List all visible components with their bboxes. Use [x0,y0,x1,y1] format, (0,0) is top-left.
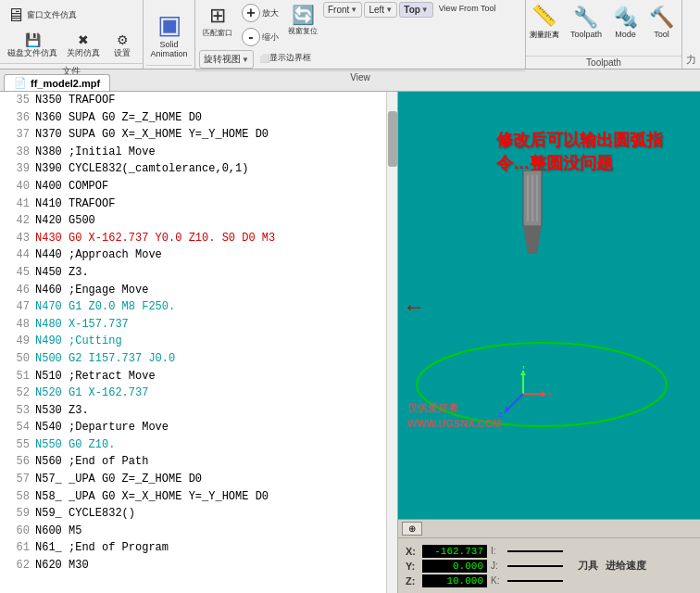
table-row[interactable]: 42N420 G500 [0,212,397,230]
table-row[interactable]: 39N390 CYCLE832(_camtolerance,0,1) [0,160,397,178]
line-number: 56 [4,453,30,471]
left-view-label: Left [369,5,384,15]
z-coord-row: Z: 10.000 K: [406,574,563,587]
tool-button[interactable]: 🔨 Tool [645,4,678,41]
close-sim-button[interactable]: ✖ 关闭仿真 [63,31,104,61]
code-text: N420 G500 [35,212,394,230]
code-text: N510 ;Retract Move [35,368,394,385]
line-number: 59 [4,505,30,523]
code-text: N380 ;Initial Move [35,144,394,161]
table-row[interactable]: 36N360 SUPA G0 Z=_Z_HOME D0 [0,109,397,127]
z-value: 10.000 [422,574,487,587]
line-number: 38 [4,144,30,161]
j-label: J: [491,561,504,571]
solid-animation-button[interactable]: ▣ SolidAnimation [146,3,191,65]
view-from-tool-button[interactable]: View From Tool [435,2,500,15]
table-row[interactable]: 51N510 ;Retract Move [0,368,397,385]
code-text: N430 G0 X-162.737 Y0.0 Z10. S0 D0 M3 [35,230,394,247]
table-row[interactable]: 48N480 X-157.737 [0,316,397,334]
3d-viewport[interactable]: 修改后可以输出圆弧指 令…整圆没问题 ← [398,92,700,593]
display-frame-button[interactable]: ⬜ 显示边界框 [256,50,315,66]
table-row[interactable]: 43N430 G0 X-162.737 Y0.0 Z10. S0 D0 M3 [0,230,397,247]
line-number: 47 [4,298,30,316]
left-view-button[interactable]: Left ▼ [364,2,397,18]
code-text: N390 CYCLE832(_camtolerance,0,1) [35,160,394,178]
table-row[interactable]: 56N560 ;End of Path [0,453,397,471]
table-row[interactable]: 55N550 G0 Z10. [0,436,397,454]
table-row[interactable]: 54N540 ;Departure Move [0,419,397,436]
line-number: 43 [4,230,30,247]
code-text: N350 TRAFOOF [35,92,394,109]
table-row[interactable]: 45N450 Z3. [0,264,397,282]
line-number: 36 [4,109,30,127]
table-row[interactable]: 44N440 ;Approach Move [0,246,397,264]
settings-button[interactable]: ⚙ 设置 [106,31,139,61]
toolpath-icon: 🔧 [573,6,598,30]
table-row[interactable]: 57N57_ _UPA G0 Z=_Z_HOME D0 [0,471,397,488]
table-row[interactable]: 40N400 COMPOF [0,178,397,196]
svg-marker-9 [520,371,526,375]
k-label: K: [491,575,504,586]
table-row[interactable]: 62N620 M30 [0,557,397,574]
table-row[interactable]: 37N370 SUPA G0 X=_X_HOME Y=_Y_HOME D0 [0,126,397,144]
fit-window-button[interactable]: ⊞ 匹配窗口 [199,2,236,40]
window-sim-icon: 🖥 [6,5,25,26]
x-value: -162.737 [422,545,487,558]
table-row[interactable]: 53N530 Z3. [0,402,397,420]
line-number: 58 [4,488,30,506]
i-label: I: [491,546,504,556]
table-row[interactable]: 52N520 G1 X-162.737 [0,385,397,402]
table-row[interactable]: 41N410 TRAFOOF [0,196,397,213]
zoom-out-button[interactable]: - 缩小 [238,26,282,48]
table-row[interactable]: 49N490 ;Cutting [0,333,397,350]
line-number: 44 [4,246,30,264]
table-row[interactable]: 60N600 M5 [0,523,397,540]
table-row[interactable]: 35N350 TRAFOOF [0,92,397,109]
front-dropdown-arrow: ▼ [350,6,357,14]
table-row[interactable]: 46N460 ;Engage Move [0,282,397,299]
zoom-in-button[interactable]: + 放大 [238,2,282,24]
rotate-dropdown-arrow: ▼ [242,56,249,64]
line-number: 53 [4,402,30,420]
table-row[interactable]: 61N61_ ;End of Program [0,539,397,557]
table-row[interactable]: 47N470 G1 Z0.0 M8 F250. [0,298,397,316]
table-row[interactable]: 58N58_ _UPA G0 X=_X_HOME Y=_Y_HOME D0 [0,488,397,506]
code-scrollbar[interactable] [386,92,397,593]
expand-button[interactable]: ⊕ [402,522,422,536]
line-number: 61 [4,539,30,557]
scrollbar-thumb[interactable] [388,111,397,167]
code-text: N560 ;End of Path [35,453,394,471]
table-row[interactable]: 59N59_ CYCLE832() [0,505,397,523]
code-text: N61_ ;End of Program [35,539,394,557]
code-text: N460 ;Engage Move [35,282,394,299]
view-group-label: View [195,70,525,83]
code-text: N500 G2 I157.737 J0.0 [35,350,394,368]
code-text: N550 G0 Z10. [35,436,394,454]
line-number: 55 [4,436,30,454]
table-row[interactable]: 50N500 G2 I157.737 J0.0 [0,350,397,368]
toolbar-toolpath-group: 📏 测量距离 🔧 Toolpath 🔩 Mode 🔨 Tool Toolpath [526,0,682,69]
code-content[interactable]: 35N350 TRAFOOF36N360 SUPA G0 Z=_Z_HOME D… [0,92,397,593]
y-label: Y: [406,561,419,572]
line-number: 37 [4,126,30,144]
mill-tool-visual [505,170,560,291]
zoom-out-icon: - [242,28,260,46]
rotate-view-label: 旋转视图 [204,53,241,66]
line-number: 46 [4,282,30,299]
gear-icon: ⚙ [117,32,129,47]
table-row[interactable]: 38N380 ;Initial Move [0,144,397,161]
code-text: N360 SUPA G0 Z=_Z_HOME D0 [35,109,394,127]
rotate-view-button[interactable]: 旋转视图 ▼ [199,50,254,69]
y-coord-row: Y: 0.000 J: [406,560,563,573]
window-sim-button[interactable]: 🖥 窗口文件仿真 [3,3,81,28]
disk-sim-button[interactable]: 💾 磁盘文件仿真 [4,31,61,61]
code-text: N600 M5 [35,523,394,540]
top-view-button[interactable]: Top ▼ [399,2,433,18]
reset-view-button[interactable]: 🔄 视窗复位 [284,2,321,38]
toolpath-button[interactable]: 🔧 Toolpath [567,4,606,41]
code-text: N450 Z3. [35,264,394,282]
file-tab[interactable]: 📄 ff_model2.mpf [4,74,110,91]
k-value [507,580,563,582]
front-view-button[interactable]: Front ▼ [323,2,362,18]
mode-button[interactable]: 🔩 Mode [609,4,642,41]
